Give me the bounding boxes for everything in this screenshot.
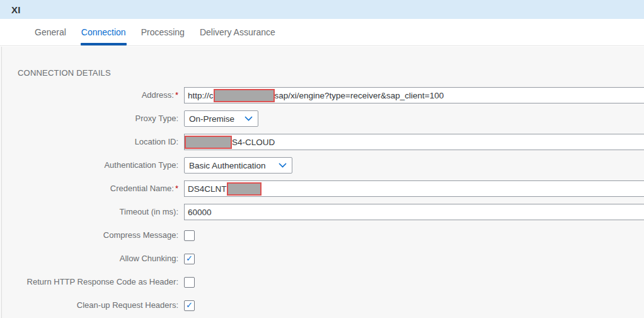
timeout-label: Timeout (in ms):	[0, 207, 178, 217]
tab-strip: General Connection Processing Delivery A…	[0, 19, 644, 46]
redaction-box	[227, 182, 262, 196]
row-cleanup-request-headers: Clean-up Request Headers:	[0, 297, 644, 314]
timeout-value: 60000	[188, 208, 212, 217]
compress-message-checkbox[interactable]	[184, 230, 195, 241]
credential-name-input[interactable]: DS4CLNT	[184, 180, 644, 197]
authentication-type-label: Authentication Type:	[0, 160, 178, 170]
authentication-type-select[interactable]: Basic Authentication	[184, 157, 292, 174]
row-timeout: Timeout (in ms): 60000	[0, 204, 644, 220]
authentication-type-value: Basic Authentication	[189, 161, 266, 170]
compress-message-label: Compress Message:	[0, 230, 178, 240]
allow-chunking-checkbox[interactable]	[184, 254, 195, 264]
row-address: Address:* http://c sap/xi/engine?type=re…	[0, 87, 644, 103]
tab-processing[interactable]: Processing	[141, 19, 185, 45]
panel-left-divider	[1, 47, 2, 318]
credential-name-value-prefix: DS4CLNT	[188, 184, 227, 194]
address-input[interactable]: http://c sap/xi/engine?type=receiver&sap…	[184, 87, 644, 103]
chevron-down-icon	[244, 116, 253, 121]
credential-name-label: Credential Name:*	[0, 184, 178, 194]
timeout-input[interactable]: 60000	[184, 204, 644, 220]
tab-delivery-assurance[interactable]: Delivery Assurance	[200, 19, 275, 45]
address-value-suffix: sap/xi/engine?type=receiver&sap_client=1…	[275, 91, 444, 100]
address-value-prefix: http://c	[188, 91, 214, 100]
address-label: Address:*	[0, 90, 178, 100]
proxy-type-select[interactable]: On-Premise	[184, 110, 258, 127]
cleanup-request-headers-checkbox[interactable]	[184, 300, 195, 311]
location-id-label: Location ID:	[0, 137, 178, 147]
section-title-connection-details: CONNECTION DETAILS	[18, 68, 644, 79]
return-http-response-code-checkbox[interactable]	[184, 277, 195, 288]
cleanup-request-headers-label: Clean-up Request Headers:	[0, 300, 178, 310]
allow-chunking-label: Allow Chunking:	[0, 254, 178, 264]
required-asterisk: *	[175, 90, 178, 100]
row-return-http-response-code: Return HTTP Response Code as Header:	[0, 274, 644, 290]
adapter-header: XI	[0, 0, 644, 19]
connection-form: Address:* http://c sap/xi/engine?type=re…	[0, 87, 644, 314]
row-allow-chunking: Allow Chunking:	[0, 250, 644, 267]
row-authentication-type: Authentication Type: Basic Authenticatio…	[0, 157, 644, 174]
location-id-value-suffix: S4-CLOUD	[232, 138, 275, 147]
redaction-box	[214, 89, 275, 102]
row-proxy-type: Proxy Type: On-Premise	[0, 110, 644, 127]
row-credential-name: Credential Name:* DS4CLNT	[0, 180, 644, 197]
required-asterisk: *	[175, 184, 178, 193]
redaction-box	[185, 136, 232, 149]
adapter-title: XI	[11, 4, 21, 15]
chevron-down-icon	[279, 163, 287, 168]
row-compress-message: Compress Message:	[0, 227, 644, 244]
return-http-response-code-label: Return HTTP Response Code as Header:	[0, 277, 178, 287]
tab-connection[interactable]: Connection	[81, 19, 126, 45]
proxy-type-value: On-Premise	[189, 114, 234, 124]
tab-general[interactable]: General	[35, 19, 66, 45]
connection-tab-panel: CONNECTION DETAILS Address:* http://c sa…	[0, 47, 644, 318]
row-location-id: Location ID: S4-CLOUD	[0, 134, 644, 150]
location-id-input[interactable]: S4-CLOUD	[184, 134, 644, 150]
proxy-type-label: Proxy Type:	[0, 114, 178, 124]
